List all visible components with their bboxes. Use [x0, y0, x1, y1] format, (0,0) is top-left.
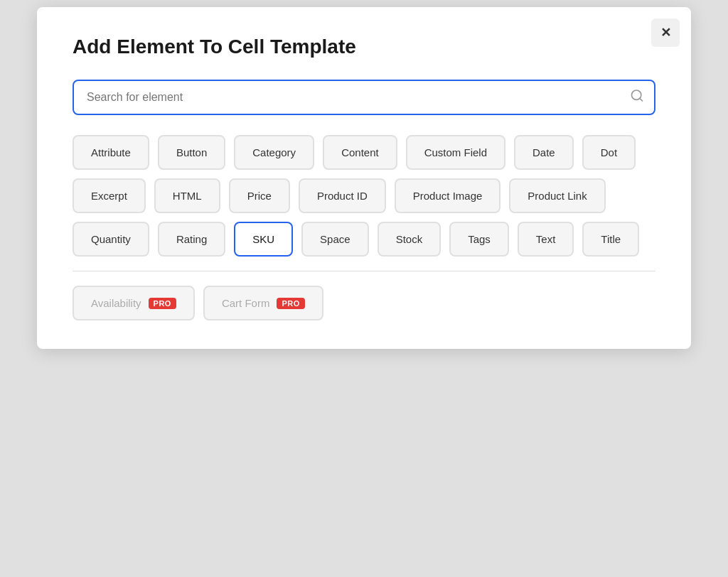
close-button[interactable]: ✕ — [651, 18, 680, 47]
element-btn-space[interactable]: Space — [301, 222, 369, 257]
element-btn-price[interactable]: Price — [229, 178, 290, 213]
element-btn-attribute[interactable]: Attribute — [73, 135, 149, 170]
element-btn-content[interactable]: Content — [323, 135, 397, 170]
pro-element-label-cart-form: Cart Form — [222, 297, 270, 309]
close-icon: ✕ — [660, 25, 671, 41]
modal-container: ✕ Add Element To Cell Template Attribute… — [37, 7, 691, 349]
elements-grid: AttributeButtonCategoryContentCustom Fie… — [73, 135, 655, 257]
element-btn-category[interactable]: Category — [234, 135, 314, 170]
element-btn-custom-field[interactable]: Custom Field — [406, 135, 505, 170]
element-btn-rating[interactable]: Rating — [158, 222, 225, 257]
element-btn-date[interactable]: Date — [514, 135, 574, 170]
pro-element-btn-cart-form[interactable]: Cart FormPRO — [203, 286, 323, 320]
element-btn-button[interactable]: Button — [158, 135, 225, 170]
pro-badge-availability: PRO — [149, 298, 176, 309]
element-btn-sku[interactable]: SKU — [234, 222, 293, 257]
modal-overlay: ✕ Add Element To Cell Template Attribute… — [0, 0, 728, 577]
pro-elements-row: AvailabilityPROCart FormPRO — [73, 286, 655, 320]
pro-element-label-availability: Availability — [91, 297, 141, 309]
modal-title: Add Element To Cell Template — [73, 36, 655, 58]
element-btn-tags[interactable]: Tags — [449, 222, 509, 257]
element-btn-excerpt[interactable]: Excerpt — [73, 178, 146, 213]
pro-divider — [73, 271, 655, 271]
pro-badge-cart-form: PRO — [277, 298, 304, 309]
element-btn-product-link[interactable]: Product Link — [509, 178, 605, 213]
element-btn-product-image[interactable]: Product Image — [395, 178, 501, 213]
search-input[interactable] — [73, 80, 655, 115]
element-btn-text[interactable]: Text — [518, 222, 574, 257]
element-btn-product-id[interactable]: Product ID — [299, 178, 386, 213]
element-btn-title[interactable]: Title — [582, 222, 639, 257]
element-btn-quantity[interactable]: Quantity — [73, 222, 149, 257]
element-btn-html[interactable]: HTML — [154, 178, 220, 213]
element-btn-dot[interactable]: Dot — [582, 135, 636, 170]
search-container — [73, 80, 655, 115]
pro-element-btn-availability[interactable]: AvailabilityPRO — [73, 286, 195, 320]
element-btn-stock[interactable]: Stock — [378, 222, 441, 257]
